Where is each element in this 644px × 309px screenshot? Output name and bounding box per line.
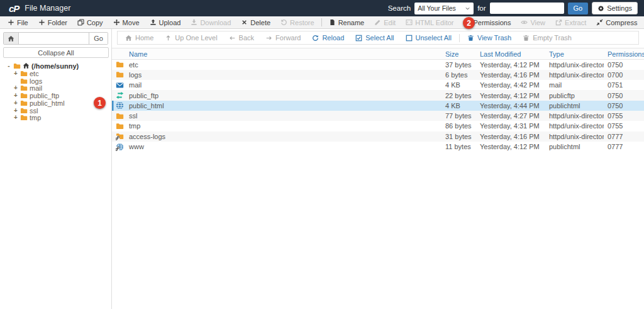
- table-row[interactable]: public_html4 KBYesterday, 4:44 PMpublich…: [112, 101, 644, 111]
- collapse-all-button[interactable]: Collapse All: [3, 47, 109, 58]
- column-header-size[interactable]: Size: [441, 48, 476, 60]
- column-header-last-modified[interactable]: Last Modified: [476, 48, 545, 60]
- directory-tree: - (/home/sunny) + etc logs + mail +: [0, 62, 111, 121]
- file-name: access-logs: [129, 133, 165, 140]
- nav-forward-label: Forward: [275, 34, 301, 42]
- delete-x-icon: [241, 19, 248, 26]
- folder-link-icon: [116, 132, 124, 140]
- file-type: publicftp: [545, 90, 604, 100]
- expand-expander[interactable]: +: [13, 93, 18, 99]
- home-path-button[interactable]: [4, 33, 19, 44]
- view-button: View: [516, 16, 550, 28]
- nav-view-trash-label: View Trash: [477, 34, 511, 42]
- delete-button-label: Delete: [250, 19, 270, 26]
- folder-icon: [20, 84, 28, 92]
- table-row[interactable]: mail4 KBYesterday, 4:42 PMmail0751: [112, 80, 644, 90]
- copy-button-label: Copy: [87, 19, 103, 26]
- path-input[interactable]: [19, 33, 89, 44]
- table-row[interactable]: access-logs31 bytesYesterday, 4:16 PMhtt…: [112, 132, 644, 142]
- table-row[interactable]: logs6 bytesYesterday, 4:16 PMhttpd/unix-…: [112, 70, 644, 80]
- table-row[interactable]: etc37 bytesYesterday, 4:12 PMhttpd/unix-…: [112, 60, 644, 70]
- compress-button[interactable]: Compress: [591, 16, 642, 28]
- checkbox-empty-icon: [406, 35, 413, 42]
- file-name: www: [129, 143, 144, 150]
- file-icon: [329, 19, 336, 26]
- tree-item-tmp[interactable]: + tmp: [0, 115, 111, 122]
- file-last-modified: Yesterday, 4:42 PM: [476, 80, 545, 90]
- nav-reload-button[interactable]: Reload: [306, 34, 350, 42]
- copy-button[interactable]: Copy: [72, 16, 108, 28]
- upload-button[interactable]: Upload: [145, 16, 186, 28]
- nav-back-label: Back: [239, 34, 254, 42]
- extract-button: Extract: [550, 16, 591, 28]
- file-permissions: 0755: [604, 121, 644, 131]
- expand-expander[interactable]: +: [13, 100, 18, 106]
- column-header-name[interactable]: Name: [112, 48, 441, 60]
- download-icon: [191, 19, 197, 26]
- home-icon: [8, 35, 14, 42]
- main-pane: Home Up One Level Back Forward Reload Se…: [112, 29, 644, 309]
- nav-unselect-all-button[interactable]: Unselect All: [400, 34, 457, 42]
- restore-button-label: Restore: [290, 19, 314, 26]
- toolbar-separator: [459, 34, 460, 42]
- tree-item-etc[interactable]: + etc: [0, 70, 111, 77]
- arrow-left-icon: [229, 35, 236, 42]
- file-size: 6 bytes: [441, 70, 476, 80]
- column-header-permissions[interactable]: Permissions: [604, 48, 644, 60]
- nav-view-trash-button[interactable]: View Trash: [462, 34, 517, 42]
- download-button-label: Download: [200, 19, 231, 26]
- file-type: httpd/unix-directory: [545, 60, 604, 70]
- cpanel-logo: cP: [9, 3, 19, 14]
- navigation-toolbar: Home Up One Level Back Forward Reload Se…: [117, 31, 639, 45]
- move-button-label: Move: [123, 19, 140, 26]
- compress-icon: [596, 19, 603, 26]
- tree-item-logs[interactable]: logs: [0, 77, 111, 85]
- expand-expander[interactable]: +: [13, 115, 18, 121]
- tree-item-root[interactable]: - (/home/sunny): [0, 62, 111, 70]
- table-row[interactable]: tmp86 bytesYesterday, 4:31 PMhttpd/unix-…: [112, 121, 644, 131]
- folder-icon: [116, 112, 124, 120]
- file-button[interactable]: File: [3, 16, 33, 28]
- table-row[interactable]: ssl77 bytesYesterday, 4:27 PMhttpd/unix-…: [112, 111, 644, 121]
- file-last-modified: Yesterday, 4:12 PM: [476, 60, 545, 70]
- move-button[interactable]: Move: [108, 16, 145, 28]
- content-area: Go Collapse All - (/home/sunny) + etc lo…: [0, 29, 644, 309]
- folder-button[interactable]: Folder: [33, 16, 72, 28]
- callout-badge-2: 2: [463, 17, 475, 29]
- transfer-icon: [116, 91, 124, 99]
- search-term-input[interactable]: [490, 3, 564, 14]
- nav-up-one-level-label: Up One Level: [175, 34, 217, 42]
- search-go-button[interactable]: Go: [568, 3, 589, 14]
- nav-select-all-button[interactable]: Select All: [350, 34, 399, 42]
- table-row[interactable]: www11 bytesYesterday, 4:12 PMpublichtml0…: [112, 142, 644, 152]
- rename-button[interactable]: Rename: [324, 16, 370, 28]
- search-scope-select[interactable]: All Your Files: [414, 3, 474, 14]
- nav-up-one-level-button: Up One Level: [159, 34, 223, 42]
- tree-item-mail[interactable]: + mail: [0, 84, 111, 92]
- pencil-icon: [374, 19, 381, 26]
- edit-button-label: Edit: [384, 19, 396, 26]
- globe-link-icon: [116, 143, 124, 151]
- column-header-type[interactable]: Type: [545, 48, 604, 60]
- file-type: mail: [545, 80, 604, 90]
- tree-item-label: logs: [30, 77, 42, 85]
- expand-expander[interactable]: +: [13, 85, 18, 91]
- file-name: mail: [129, 81, 142, 89]
- tree-item-label: mail: [30, 84, 42, 92]
- collapse-expander[interactable]: -: [6, 63, 11, 69]
- tree-item-ssl[interactable]: + ssl: [0, 107, 111, 115]
- expand-expander[interactable]: +: [13, 108, 18, 114]
- plus-icon: [8, 19, 14, 26]
- expand-expander[interactable]: +: [13, 70, 18, 77]
- file-type: httpd/unix-directory: [545, 111, 604, 121]
- settings-label: Settings: [607, 4, 632, 12]
- delete-button[interactable]: Delete: [236, 16, 275, 28]
- path-go-button[interactable]: Go: [89, 33, 108, 44]
- table-header-row: Name Size Last Modified Type Permissions: [112, 48, 644, 60]
- table-row[interactable]: public_ftp22 bytesYesterday, 4:12 PMpubl…: [112, 90, 644, 100]
- top-bar: cP File Manager Search All Your Files fo…: [0, 0, 644, 16]
- permissions-button-label: Permissions: [474, 19, 511, 26]
- tree-item-label: etc: [30, 70, 39, 77]
- html-editor-button-label: HTML Editor: [415, 19, 453, 26]
- settings-button[interactable]: Settings: [592, 2, 638, 14]
